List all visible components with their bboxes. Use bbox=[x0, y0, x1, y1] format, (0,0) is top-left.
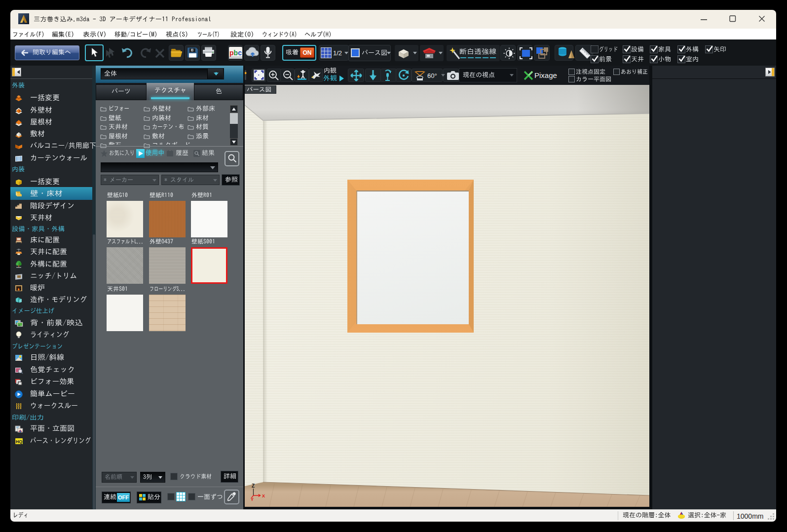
svg-text:Z: Z bbox=[252, 483, 255, 489]
svg-text:Y: Y bbox=[251, 497, 254, 501]
svg-text:pbc: pbc bbox=[229, 49, 242, 57]
svg-text:X: X bbox=[262, 494, 265, 498]
svg-text:HQ: HQ bbox=[16, 439, 23, 444]
